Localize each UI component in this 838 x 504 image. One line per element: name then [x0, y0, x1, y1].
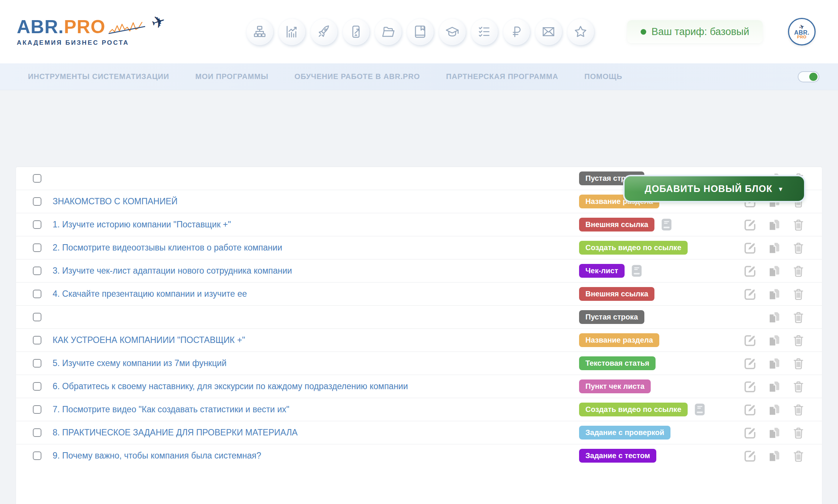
edit-pencil-icon [743, 334, 757, 347]
toolbar-button-payments[interactable] [503, 18, 530, 45]
toolbar-button-stats[interactable] [278, 18, 305, 45]
rocket-icon [316, 24, 331, 39]
toolbar-button-book[interactable] [407, 18, 434, 45]
copy-pages-icon [767, 287, 781, 301]
row-badge-cell: Текстовая статья [579, 356, 743, 370]
edit-pencil-icon [743, 218, 757, 231]
row-checkbox[interactable] [33, 428, 41, 437]
row-title-link[interactable]: 1. Изучите историю компании "Поставщик +… [53, 220, 579, 230]
edit-button[interactable] [743, 449, 757, 463]
toolbar-button-rocket[interactable] [310, 18, 337, 45]
copy-button[interactable] [767, 334, 781, 347]
row-checkbox[interactable] [33, 197, 41, 206]
delete-button[interactable] [792, 287, 805, 301]
row-checkbox[interactable] [33, 382, 41, 391]
block-table: Пустая строка [16, 167, 822, 467]
row-checkbox[interactable] [33, 267, 41, 275]
delete-button[interactable] [792, 241, 805, 255]
attached-material-book-icon [694, 403, 705, 416]
copy-pages-icon [767, 264, 781, 278]
tariff-badge[interactable]: Ваш тариф: базовый [627, 20, 763, 43]
nav-toggle-switch[interactable] [798, 71, 819, 82]
row-checkbox[interactable] [33, 313, 41, 321]
trash-icon [792, 334, 805, 347]
edit-button[interactable] [743, 403, 757, 416]
row-title-link[interactable]: 8. ПРАКТИЧЕСКОЕ ЗАДАНИЕ ДЛЯ ПРОВЕРКИ МАТ… [53, 428, 579, 438]
main-content: ДОБАВИТЬ НОВЫЙ БЛОК ▼ Пустая строка [0, 90, 838, 504]
copy-button[interactable] [767, 287, 781, 301]
row-title-link[interactable]: 4. Скачайте презентацию компании и изучи… [53, 289, 579, 299]
avatar-pro-text: PRO [797, 35, 806, 39]
copy-button[interactable] [767, 357, 781, 370]
row-checkbox[interactable] [33, 451, 41, 460]
delete-button[interactable] [792, 426, 805, 440]
toggle-knob [809, 73, 817, 81]
row-checkbox[interactable] [33, 220, 41, 229]
edit-button[interactable] [743, 287, 757, 301]
toolbar-button-education[interactable] [439, 18, 466, 45]
edit-pencil-icon [743, 241, 757, 255]
edit-button[interactable] [743, 357, 757, 370]
toolbar-button-checklist[interactable] [471, 18, 498, 45]
delete-button[interactable] [792, 380, 805, 393]
copy-button[interactable] [767, 264, 781, 278]
nav-item-abrpro-training[interactable]: ОБУЧЕНИЕ РАБОТЕ В ABR.PRO [294, 72, 420, 81]
delete-button[interactable] [792, 334, 805, 347]
nav-item-partner-program[interactable]: ПАРТНЕРСКАЯ ПРОГРАММА [446, 72, 559, 81]
row-badge-cell: Создать видео по ссылке [579, 241, 743, 255]
delete-button[interactable] [792, 449, 805, 463]
delete-button[interactable] [792, 357, 805, 370]
row-title-link[interactable]: ЗНАКОМСТВО С КОМПАНИЕЙ [53, 196, 579, 207]
edit-pencil-icon [743, 449, 757, 463]
row-title-link[interactable]: 5. Изучите схему компании из 7ми функций [53, 358, 579, 368]
copy-button[interactable] [767, 426, 781, 440]
toolbar-button-favorites[interactable] [567, 18, 594, 45]
row-title-link[interactable]: 7. Посмотрите видео "Как создавать стати… [53, 404, 579, 415]
edit-button[interactable] [743, 264, 757, 278]
nav-item-systematization-tools[interactable]: ИНСТРУМЕНТЫ СИСТЕМАТИЗАЦИИ [28, 72, 169, 81]
delete-button[interactable] [792, 403, 805, 416]
toolbar-button-mobile[interactable] [343, 18, 369, 45]
logo-abr-text: ABR. [17, 18, 64, 36]
row-checkbox[interactable] [33, 336, 41, 344]
row-checkbox[interactable] [33, 243, 41, 252]
block-type-badge: Создать видео по ссылке [579, 241, 688, 255]
edit-pencil-icon [743, 264, 757, 278]
toolbar-button-folder[interactable] [375, 18, 401, 45]
edit-button[interactable] [743, 241, 757, 255]
edit-button[interactable] [743, 380, 757, 393]
copy-button[interactable] [767, 241, 781, 255]
add-new-block-button[interactable]: ДОБАВИТЬ НОВЫЙ БЛОК ▼ [625, 176, 804, 201]
row-title-link[interactable]: 6. Обратитесь к своему наставнику, для э… [53, 381, 579, 391]
row-checkbox[interactable] [33, 290, 41, 298]
row-title-link[interactable]: КАК УСТРОЕНА КОМПАНИИИ "ПОСТАВЩИК +" [53, 335, 579, 345]
avatar[interactable]: ✈ ABR. PRO [788, 18, 816, 45]
copy-button[interactable] [767, 311, 781, 324]
nav-item-help[interactable]: ПОМОЩЬ [584, 72, 622, 81]
toolbar-button-mail[interactable] [535, 18, 562, 45]
row-title-link[interactable]: 2. Посмотрите видеоотзывы клиентов о раб… [53, 243, 579, 253]
copy-button[interactable] [767, 403, 781, 416]
delete-button[interactable] [792, 311, 805, 324]
edit-button[interactable] [743, 426, 757, 440]
edit-pencil-icon [743, 426, 757, 440]
edit-pencil-icon [743, 287, 757, 301]
folder-icon [381, 24, 395, 39]
row-checkbox[interactable] [33, 405, 41, 414]
copy-button[interactable] [767, 449, 781, 463]
delete-button[interactable] [792, 264, 805, 278]
edit-button[interactable] [743, 334, 757, 347]
copy-button[interactable] [767, 380, 781, 393]
copy-button[interactable] [767, 218, 781, 231]
row-checkbox[interactable] [33, 359, 41, 368]
table-row: 6. Обратитесь к своему наставнику, для э… [16, 375, 822, 398]
row-actions [743, 357, 805, 370]
nav-item-my-programs[interactable]: МОИ ПРОГРАММЫ [195, 72, 268, 81]
delete-button[interactable] [792, 218, 805, 231]
row-checkbox[interactable] [33, 174, 41, 183]
toolbar-button-structure[interactable] [246, 18, 273, 45]
row-title-link[interactable]: 3. Изучите чек-лист адаптации нового сот… [53, 266, 579, 276]
row-title-link[interactable]: 9. Почему важно, чтобы компания была сис… [53, 451, 579, 461]
logo[interactable]: ABR. PRO ✈ АКАДЕМИЯ БИЗНЕС РОСТА [17, 17, 168, 47]
edit-button[interactable] [743, 218, 757, 231]
